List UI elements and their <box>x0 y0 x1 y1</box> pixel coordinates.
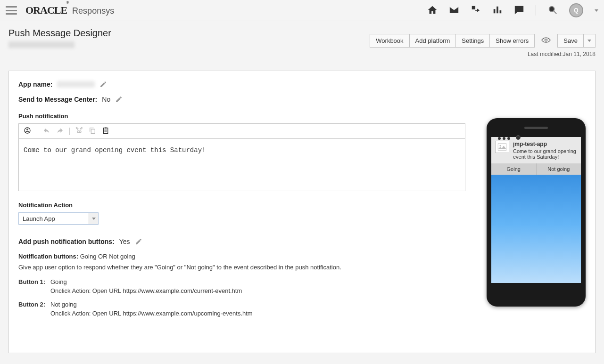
brand-logo: ORACLE® <box>25 4 69 16</box>
svg-point-4 <box>26 129 28 130</box>
redo-icon[interactable] <box>56 127 64 136</box>
app-name-row: App name: <box>18 81 586 88</box>
phone-preview: jmp-test-app Come to our grand opening e… <box>487 118 586 307</box>
preview-btn2: Not going <box>537 163 581 175</box>
editor-content[interactable]: Come to our grand opening event this Sat… <box>19 139 465 191</box>
chat-icon[interactable] <box>514 5 524 16</box>
workbook-button[interactable]: Workbook <box>370 34 409 48</box>
preview-title: jmp-test-app <box>513 141 577 147</box>
content-panel: App name: Send to Message Center: No Pus… <box>8 71 596 353</box>
save-button-group: Save <box>557 34 596 48</box>
chart-icon[interactable] <box>492 5 503 16</box>
button1-label: Button 1: <box>18 278 47 285</box>
search-icon[interactable] <box>547 5 558 16</box>
preview-body: Come to our grand opening event this Sat… <box>513 148 577 160</box>
button2-label: Button 2: <box>18 301 47 308</box>
send-mc-row: Send to Message Center: No <box>18 96 586 103</box>
paste-icon[interactable] <box>102 127 109 136</box>
chevron-down-icon <box>89 213 98 224</box>
svg-point-2 <box>545 39 547 41</box>
svg-point-0 <box>549 6 554 11</box>
show-errors-button[interactable]: Show errors <box>490 34 535 48</box>
home-icon[interactable] <box>427 5 438 16</box>
personalize-icon[interactable] <box>24 127 31 136</box>
svg-line-1 <box>554 11 557 14</box>
save-dropdown-button[interactable] <box>584 34 596 48</box>
brand-sub: Responsys <box>72 6 114 16</box>
send-mc-value: No <box>102 96 110 103</box>
user-menu-caret[interactable] <box>595 9 598 12</box>
button1-value: Going <box>50 278 67 285</box>
save-button[interactable]: Save <box>557 34 584 48</box>
svg-rect-7 <box>105 127 107 129</box>
preview-icon[interactable] <box>538 35 554 47</box>
brand: ORACLE® Responsys <box>25 4 114 16</box>
preview-notification: jmp-test-app Come to our grand opening e… <box>491 137 581 163</box>
image-icon <box>495 141 509 153</box>
send-mc-label: Send to Message Center: <box>18 96 97 103</box>
action-row: Workbook Add platform Settings Show erro… <box>370 34 596 48</box>
notif-action-select[interactable]: Launch App <box>18 212 99 225</box>
button2-value: Not going <box>50 301 77 308</box>
mail-icon[interactable] <box>449 5 459 16</box>
add-platform-button[interactable]: Add platform <box>410 34 456 48</box>
topbar: ORACLE® Responsys Q <box>0 0 604 21</box>
svg-point-12 <box>499 145 501 146</box>
edit-icon[interactable] <box>99 81 107 88</box>
copy-icon[interactable] <box>89 127 96 136</box>
action-buttons: Workbook Add platform Settings Show erro… <box>370 34 535 48</box>
app-name-label: App name: <box>18 81 52 88</box>
top-icons: Q <box>427 3 598 17</box>
undo-icon[interactable] <box>43 127 50 136</box>
button2-action: Onclick Action: Open URL https://www.exa… <box>50 310 586 317</box>
transfer-icon[interactable] <box>471 5 481 16</box>
campaign-name-redacted <box>8 41 74 48</box>
svg-rect-11 <box>498 144 506 150</box>
preview-buttons: Going Not going <box>491 163 581 175</box>
menu-icon[interactable] <box>6 6 17 15</box>
notif-buttons-label: Notification buttons: <box>18 253 78 260</box>
avatar[interactable]: Q <box>569 3 583 17</box>
cut-icon[interactable] <box>75 127 83 136</box>
app-name-redacted <box>57 81 95 88</box>
svg-rect-5 <box>91 129 95 133</box>
edit-icon[interactable] <box>135 238 142 245</box>
editor-toolbar <box>19 124 465 139</box>
notif-action-value: Launch App <box>19 213 89 224</box>
editor: Come to our grand opening event this Sat… <box>18 123 465 191</box>
settings-button[interactable]: Settings <box>456 34 490 48</box>
notif-buttons-value: Going OR Not going <box>80 253 135 260</box>
divider <box>536 5 536 16</box>
add-buttons-label: Add push notification buttons: <box>18 238 115 245</box>
add-buttons-value: Yes <box>119 238 130 245</box>
preview-btn1: Going <box>491 163 537 175</box>
edit-icon[interactable] <box>115 96 123 103</box>
last-modified: Last modified:Jan 11, 2018 <box>528 51 596 57</box>
